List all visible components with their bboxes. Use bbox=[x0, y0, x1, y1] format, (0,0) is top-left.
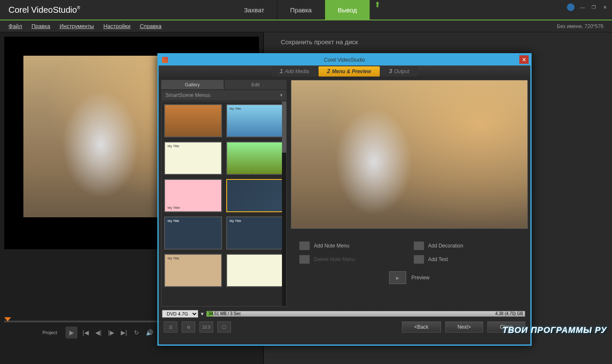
project-status: Без имени, 720*576 bbox=[557, 23, 603, 29]
play-button[interactable]: ▶ bbox=[65, 327, 77, 338]
menu-template-8[interactable]: My Title bbox=[226, 216, 284, 250]
settings-button[interactable]: ☰ bbox=[164, 321, 177, 333]
menu-template-5[interactable]: My Title! bbox=[164, 179, 222, 212]
menu-template-2[interactable]: My Title bbox=[226, 104, 284, 137]
thumbnails-grid: My Title My Title My Title! My Title My … bbox=[164, 104, 284, 287]
logo-corel: Corel bbox=[9, 5, 29, 14]
next-frame-button[interactable]: |▶ bbox=[106, 328, 116, 337]
tv-preview-icon bbox=[389, 271, 406, 284]
app-logo: Corel VideoStudio® bbox=[9, 5, 80, 15]
menubar: Файл Правка Инструменты Настройки Справк… bbox=[0, 20, 612, 32]
gallery-tab[interactable]: Gallery bbox=[161, 80, 224, 89]
upload-icon[interactable]: ⬆ bbox=[374, 0, 381, 20]
step-add-media[interactable]: 1Add Media bbox=[271, 66, 318, 77]
menu-template-9[interactable]: My Title bbox=[164, 254, 222, 287]
menu-template-6[interactable] bbox=[226, 179, 284, 212]
menu-template-3[interactable]: My Title bbox=[164, 142, 222, 175]
dialog-body: Gallery Edit SmartScene Menus My Title M… bbox=[159, 77, 530, 309]
menu-template-10[interactable] bbox=[226, 254, 284, 287]
delete-note-icon bbox=[299, 255, 310, 264]
prev-frame-button[interactable]: ◀| bbox=[94, 328, 103, 337]
disc-total-label: 4.38 (4.70) GB bbox=[495, 311, 523, 316]
add-text-button[interactable]: Add Text bbox=[414, 255, 520, 264]
thumbnails-container: My Title My Title My Title! My Title My … bbox=[161, 101, 287, 307]
add-decoration-button[interactable]: Add Decoration bbox=[414, 242, 520, 250]
titlebar: Corel VideoStudio® Захват Правка Вывод ⬆… bbox=[0, 0, 612, 20]
menu-template-1[interactable] bbox=[164, 104, 222, 137]
action-buttons: Add Note Menu Add Decoration Delete Note… bbox=[291, 229, 528, 268]
dialog-app-icon bbox=[162, 57, 168, 63]
step-output[interactable]: 3Output bbox=[381, 66, 418, 77]
logo-studio: Studio bbox=[53, 5, 77, 14]
display-button[interactable]: 🖵 bbox=[217, 321, 231, 333]
menu-preview[interactable] bbox=[291, 80, 528, 229]
save-header: Сохранить проект на диск bbox=[264, 32, 612, 51]
minimize-button[interactable]: — bbox=[580, 4, 586, 10]
next-button[interactable]: Next> bbox=[445, 321, 484, 333]
repeat-button[interactable]: ↻ bbox=[132, 328, 141, 337]
aspect-button[interactable]: 16:9 bbox=[199, 321, 213, 333]
gallery-scrollbar[interactable] bbox=[282, 102, 286, 306]
wizard-steps: 1Add Media 2Menu & Preview 3Output bbox=[159, 65, 530, 77]
main-tabs: Захват Правка Вывод ⬆ bbox=[231, 0, 381, 20]
menu-edit[interactable]: Правка bbox=[31, 23, 50, 29]
maximize-button[interactable]: ❐ bbox=[591, 4, 597, 10]
menu-file[interactable]: Файл bbox=[9, 23, 22, 29]
add-note-icon bbox=[299, 242, 310, 250]
tab-output[interactable]: Вывод bbox=[325, 0, 370, 20]
menu-type-dropdown[interactable]: SmartScene Menus bbox=[161, 90, 287, 100]
gallery-panel: Gallery Edit SmartScene Menus My Title M… bbox=[161, 80, 287, 307]
menu-settings[interactable]: Настройки bbox=[103, 23, 131, 29]
menu-help[interactable]: Справка bbox=[140, 23, 162, 29]
close-button[interactable]: ✕ bbox=[602, 4, 608, 10]
project-label: Project bbox=[43, 330, 57, 335]
home-button[interactable]: |◀ bbox=[81, 328, 90, 337]
gallery-tabs: Gallery Edit bbox=[161, 80, 287, 89]
dialog-titlebar[interactable]: Corel VideoStudio ✕ bbox=[159, 54, 530, 65]
menu-preview-panel: Add Note Menu Add Decoration Delete Note… bbox=[291, 80, 528, 307]
end-button[interactable]: ▶| bbox=[119, 328, 128, 337]
decoration-icon bbox=[414, 242, 424, 250]
disc-status-bar: DVD 4.7G ▼ 34.51 MB / 3 Sec 4.38 (4.70) … bbox=[159, 309, 530, 318]
disc-usage-bar: 34.51 MB / 3 Sec 4.38 (4.70) GB bbox=[206, 311, 525, 317]
preview-button[interactable]: Preview bbox=[411, 275, 430, 281]
delete-note-menu-button: Delete Note Menu bbox=[299, 255, 405, 264]
edit-tab[interactable]: Edit bbox=[225, 80, 287, 89]
dialog-title: Corel VideoStudio bbox=[324, 57, 365, 63]
options-button[interactable]: ⚙ bbox=[182, 321, 195, 333]
text-icon bbox=[414, 255, 424, 264]
disc-type-select[interactable]: DVD 4.7G bbox=[162, 310, 198, 318]
scrollbar-handle[interactable] bbox=[282, 102, 286, 153]
globe-icon[interactable] bbox=[567, 3, 575, 11]
tab-edit[interactable]: Правка bbox=[277, 0, 325, 20]
dialog-close-button[interactable]: ✕ bbox=[519, 55, 529, 64]
dialog-footer: ☰ ⚙ 16:9 🖵 <Back Next> Close bbox=[159, 318, 530, 336]
scrubber-handle[interactable] bbox=[4, 317, 11, 321]
tab-capture[interactable]: Захват bbox=[231, 0, 278, 20]
back-button[interactable]: <Back bbox=[402, 321, 441, 333]
add-note-menu-button[interactable]: Add Note Menu bbox=[299, 242, 405, 250]
window-controls: — ❐ ✕ bbox=[567, 3, 608, 11]
disc-dialog: Corel VideoStudio ✕ 1Add Media 2Menu & P… bbox=[157, 53, 532, 346]
volume-button[interactable]: 🔊 bbox=[145, 328, 154, 337]
menu-template-4[interactable] bbox=[226, 142, 284, 175]
logo-video: Video bbox=[29, 5, 53, 14]
preview-button-row: Preview bbox=[291, 268, 528, 287]
menu-tools[interactable]: Инструменты bbox=[60, 23, 94, 29]
disc-used-label: 34.51 MB / 3 Sec bbox=[208, 311, 241, 316]
menu-template-7[interactable]: My Title bbox=[164, 216, 222, 250]
step-menu-preview[interactable]: 2Menu & Preview bbox=[319, 66, 380, 77]
watermark: ТВОИ ПРОГРАММЫ РУ bbox=[502, 325, 607, 335]
